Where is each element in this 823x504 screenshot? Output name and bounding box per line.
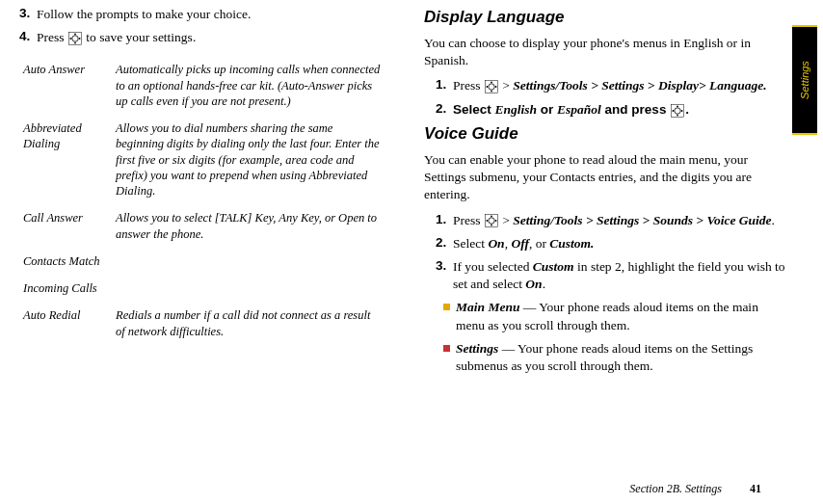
- vg-step-2-text: Select On, Off, or Custom.: [453, 235, 594, 252]
- svg-point-13: [675, 107, 680, 113]
- term: Contacts Match: [19, 248, 112, 275]
- step-4: 4. Press to save your settings.: [19, 29, 385, 46]
- dl-step-2-text: Select English or Español and press .: [453, 101, 689, 119]
- nav-key-icon: [68, 32, 82, 45]
- vg-step2-a: Select: [453, 236, 488, 251]
- dl-step2-d: Español: [557, 102, 601, 117]
- heading-display-language: Display Language: [424, 8, 790, 27]
- svg-point-11: [495, 86, 497, 88]
- section-label: Section 2B. Settings: [629, 482, 722, 495]
- bullet1-a: Main Menu: [456, 300, 519, 314]
- definition: Allows you to dial numbers sharing the s…: [112, 115, 385, 204]
- vg-step3-e: .: [543, 277, 545, 291]
- definitions-table: Auto Answer Automatically picks up incom…: [19, 56, 385, 345]
- step-4-post: to save your settings.: [83, 30, 196, 44]
- table-row: Auto Redial Redials a number if a call d…: [19, 302, 385, 345]
- term: Incoming Calls: [19, 275, 112, 302]
- bullet-settings-text: Settings — Your phone reads aloud items …: [456, 340, 790, 375]
- section-tab-label: Settings: [799, 61, 810, 99]
- right-column: Display Language You can choose to displ…: [424, 0, 790, 504]
- bullet2-b: — Your phone reads aloud items on the Se…: [456, 341, 753, 373]
- vg-step1-dot: .: [772, 213, 775, 227]
- vg-step-3-text: If you selected Custom in step 2, highli…: [453, 258, 790, 293]
- svg-point-19: [489, 218, 494, 224]
- bullet-settings: Settings — Your phone reads aloud items …: [424, 340, 790, 375]
- definition: Allows you to select [TALK] Key, Any Key…: [112, 204, 385, 248]
- definition: [112, 248, 385, 275]
- term: Abbreviated Dialing: [19, 115, 112, 204]
- section-tab: Settings: [792, 25, 817, 135]
- heading-voice-guide: Voice Guide: [424, 124, 790, 144]
- svg-point-9: [491, 91, 492, 93]
- vg-step3-b: Custom: [533, 259, 574, 274]
- vg-step-1: 1. Press > Setting/Tools > Settings > So…: [424, 212, 790, 229]
- svg-point-20: [491, 216, 492, 218]
- vg-step3-d: On: [525, 277, 542, 291]
- vg-step-1-text: Press > Setting/Tools > Settings > Sound…: [453, 212, 775, 229]
- step-4-num: 4.: [19, 29, 37, 46]
- nav-key-icon: [671, 104, 684, 118]
- dl-step-2-num: 2.: [436, 101, 453, 119]
- table-row: Abbreviated Dialing Allows you to dial n…: [19, 115, 385, 204]
- vg-step2-e: , or: [529, 236, 549, 251]
- dl-step1-path: Settings/Tools > Settings > Display> Lan…: [513, 78, 766, 93]
- vg-step3-a: If you selected: [453, 259, 533, 274]
- svg-point-1: [72, 36, 78, 41]
- dl-step2-b: English: [495, 102, 538, 117]
- square-bullet-icon: [443, 345, 450, 352]
- dl-step-2: 2. Select English or Español and press .: [424, 101, 790, 119]
- svg-point-23: [495, 221, 497, 223]
- vg-step-3: 3. If you selected Custom in step 2, hig…: [424, 258, 790, 293]
- bullet-main-menu-text: Main Menu — Your phone reads aloud items…: [456, 299, 790, 333]
- svg-point-8: [491, 82, 492, 84]
- page-footer: Section 2B. Settings 41: [629, 482, 761, 496]
- svg-point-10: [486, 86, 488, 88]
- definition: Automatically picks up incoming calls wh…: [112, 56, 385, 115]
- svg-point-17: [681, 110, 683, 112]
- left-column: 3. Follow the prompts to make your choic…: [19, 0, 385, 504]
- svg-point-3: [74, 42, 76, 44]
- step-3-text: Follow the prompts to make your choice.: [37, 6, 251, 23]
- svg-point-15: [677, 114, 678, 116]
- vg-step2-b: On: [488, 236, 504, 251]
- vg-step1-gt: >: [499, 213, 513, 227]
- dl-step2-f: .: [685, 102, 689, 117]
- display-language-intro: You can choose to display your phone's m…: [424, 35, 790, 69]
- svg-point-14: [677, 105, 678, 107]
- step-4-text: Press to save your settings.: [37, 29, 196, 46]
- vg-step-1-num: 1.: [436, 212, 453, 229]
- vg-step1-path: Setting/Tools > Settings > Sounds > Voic…: [513, 213, 771, 227]
- svg-point-2: [74, 34, 76, 36]
- page-number: 41: [750, 482, 761, 495]
- definition: [112, 275, 385, 302]
- dl-step-1: 1. Press > Settings/Tools > Settings > D…: [424, 77, 790, 94]
- definition: Redials a number if a call did not conne…: [112, 302, 385, 345]
- square-bullet-icon: [443, 304, 450, 310]
- dl-step2-c: or: [537, 102, 557, 117]
- svg-point-16: [673, 110, 675, 112]
- dl-step1-gt: >: [499, 78, 513, 93]
- svg-point-21: [491, 225, 492, 226]
- step-3-num: 3.: [19, 6, 37, 23]
- bullet-main-menu: Main Menu — Your phone reads aloud items…: [424, 299, 790, 333]
- nav-key-icon: [485, 214, 498, 227]
- dl-step1-pre: Press: [453, 78, 484, 93]
- term: Call Answer: [19, 204, 112, 248]
- vg-step-2-num: 2.: [436, 235, 453, 252]
- table-row: Contacts Match: [19, 248, 385, 275]
- dl-step2-a: Select: [453, 102, 495, 117]
- svg-point-4: [69, 38, 71, 40]
- vg-step1-pre: Press: [453, 213, 484, 227]
- svg-point-5: [79, 38, 81, 40]
- svg-point-7: [489, 84, 494, 90]
- bullet2-a: Settings: [456, 341, 498, 356]
- term: Auto Redial: [19, 302, 112, 345]
- voice-guide-intro: You can enable your phone to read aloud …: [424, 151, 790, 204]
- dl-step2-e: and press: [601, 102, 670, 117]
- page: 3. Follow the prompts to make your choic…: [0, 0, 823, 504]
- vg-step2-d: Off: [511, 236, 529, 251]
- vg-step2-f: Custom.: [549, 236, 594, 251]
- term: Auto Answer: [19, 56, 112, 115]
- vg-step-2: 2. Select On, Off, or Custom.: [424, 235, 790, 252]
- dl-step-1-num: 1.: [436, 77, 453, 94]
